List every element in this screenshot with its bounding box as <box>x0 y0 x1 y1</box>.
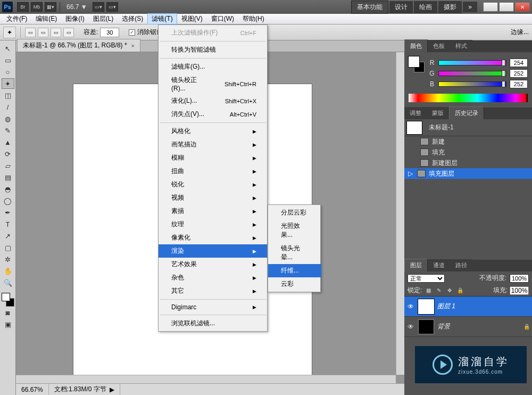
pen-tool[interactable]: ✒ <box>2 207 14 218</box>
visibility-icon[interactable]: 👁 <box>406 303 415 310</box>
close-tab-icon[interactable]: × <box>131 43 135 49</box>
minimize-button[interactable]: — <box>483 2 498 12</box>
menu-layer[interactable]: 图层(L) <box>89 13 118 24</box>
menu-edit[interactable]: 编辑(E) <box>31 13 61 24</box>
selection-add-icon[interactable]: ▭ <box>38 28 48 37</box>
history-snapshot[interactable]: 未标题-1 <box>404 119 532 136</box>
close-button[interactable]: ✕ <box>515 2 530 12</box>
history-item[interactable]: 新建图层 <box>404 158 532 168</box>
menu-help[interactable]: 帮助(H) <box>238 13 269 24</box>
r-input[interactable] <box>510 59 528 67</box>
magic-wand-tool[interactable]: ✦ <box>2 78 14 89</box>
screenmode-toggle[interactable]: ▣ <box>2 319 14 330</box>
adjust-edge-label[interactable]: 边缘... <box>511 28 529 37</box>
selection-new-icon[interactable]: ▭ <box>25 28 36 37</box>
menu-liquify[interactable]: 液化(L)...Shift+Ctrl+X <box>159 94 267 108</box>
lock-all-icon[interactable]: 🔒 <box>456 287 464 294</box>
tolerance-input[interactable] <box>100 28 119 37</box>
spectrum-ramp[interactable] <box>409 94 528 102</box>
screen-mode-button[interactable]: ▦▾ <box>45 2 56 12</box>
eyedropper-tool[interactable]: / <box>2 102 14 112</box>
fill-input[interactable] <box>510 286 529 295</box>
brush-tool[interactable]: ✎ <box>2 125 14 136</box>
menu-filter-gallery[interactable]: 滤镜库(G)... <box>159 60 267 73</box>
menu-clouds[interactable]: 云彩 <box>268 277 321 291</box>
layer-row[interactable]: 👁 图层 1 <box>404 297 532 317</box>
b-slider[interactable] <box>438 81 506 87</box>
tab-styles[interactable]: 样式 <box>450 40 472 52</box>
workspace-photo[interactable]: 摄影 <box>438 1 462 13</box>
tab-masks[interactable]: 蒙版 <box>427 107 449 119</box>
menu-image[interactable]: 图像(I) <box>61 13 88 24</box>
menu-window[interactable]: 窗口(W) <box>207 13 238 24</box>
menu-video[interactable]: 视频▶ <box>159 191 267 204</box>
menu-lighting-effects[interactable]: 光照效果... <box>268 219 321 242</box>
workspace-more[interactable]: » <box>463 2 477 12</box>
arrange-button[interactable]: ▭▾ <box>106 2 118 12</box>
tab-swatches[interactable]: 色板 <box>428 40 450 52</box>
history-item[interactable]: 新建 <box>404 136 532 147</box>
eraser-tool[interactable]: ▱ <box>2 160 14 171</box>
menu-artistic[interactable]: 艺术效果▶ <box>159 258 267 271</box>
layer-thumb[interactable] <box>418 299 434 314</box>
menu-fibers[interactable]: 纤维... <box>268 264 321 277</box>
menu-stylize[interactable]: 风格化▶ <box>159 125 267 138</box>
layer-name[interactable]: 图层 1 <box>437 302 530 311</box>
menu-file[interactable]: 文件(F) <box>2 13 31 24</box>
type-tool[interactable]: T <box>2 219 14 229</box>
tab-paths[interactable]: 路径 <box>450 259 472 271</box>
move-tool[interactable]: ↖ <box>2 43 14 54</box>
current-tool-icon[interactable]: ✦ <box>3 27 16 38</box>
hand-tool[interactable]: ✋ <box>2 266 14 276</box>
vertical-scrollbar[interactable] <box>396 52 404 375</box>
lasso-tool[interactable]: ○ <box>2 67 14 77</box>
lock-transparent-icon[interactable]: ▦ <box>424 287 433 294</box>
document-tab[interactable]: 未标题-1 @ 66.7% (图层 1, RGB/8) * × <box>17 39 140 52</box>
menu-sharpen[interactable]: 锐化▶ <box>159 178 267 191</box>
menu-last-filter[interactable]: 上次滤镜操作(F)Ctrl+F <box>159 26 267 39</box>
stamp-tool[interactable]: ▲ <box>2 137 14 147</box>
history-item[interactable]: ▷填充图层 <box>404 168 532 179</box>
foreground-swatch[interactable] <box>2 293 10 301</box>
maximize-button[interactable]: ☐ <box>499 2 514 12</box>
menu-filter[interactable]: 滤镜(T) <box>147 13 177 24</box>
menu-sketch[interactable]: 素描▶ <box>159 204 267 218</box>
menu-noise[interactable]: 杂色▶ <box>159 271 267 284</box>
selection-subtract-icon[interactable]: ▭ <box>51 28 61 37</box>
menu-pixelate[interactable]: 像素化▶ <box>159 231 267 244</box>
antialias-checkbox[interactable]: ✓ <box>129 29 135 36</box>
zoom-readout[interactable]: 66.7 ▼ <box>62 3 92 11</box>
workspace-design[interactable]: 设计 <box>389 1 413 13</box>
minibridge-button[interactable]: Mb <box>31 2 43 12</box>
tab-layers[interactable]: 图层 <box>404 259 428 271</box>
layer-name[interactable]: 背景 <box>437 322 520 331</box>
b-input[interactable] <box>510 80 528 88</box>
menu-brush-strokes[interactable]: 画笔描边▶ <box>159 138 267 151</box>
status-doc-info[interactable]: 文档:1.83M/0 字节 ▶ <box>49 384 121 395</box>
lock-pixels-icon[interactable]: ✎ <box>435 287 443 294</box>
workspace-basic[interactable]: 基本功能 <box>351 1 388 14</box>
menu-lens-flare[interactable]: 镜头光晕... <box>268 242 321 264</box>
menu-digimarc[interactable]: Digimarc▶ <box>159 301 267 313</box>
bridge-button[interactable]: Br <box>17 2 29 12</box>
menu-smart-filter[interactable]: 转换为智能滤镜 <box>159 43 267 56</box>
gradient-tool[interactable]: ▤ <box>2 172 14 183</box>
menu-distort[interactable]: 扭曲▶ <box>159 164 267 178</box>
lock-position-icon[interactable]: ✥ <box>445 287 454 294</box>
selection-intersect-icon[interactable]: ▭ <box>63 28 74 37</box>
menu-view[interactable]: 视图(V) <box>177 13 207 24</box>
quickmask-toggle[interactable]: ◙ <box>2 307 14 318</box>
menu-texture[interactable]: 纹理▶ <box>159 218 267 231</box>
shape-tool[interactable]: ▢ <box>2 242 14 253</box>
view-extras-button[interactable]: ▭▾ <box>93 2 104 12</box>
history-brush-tool[interactable]: ⟳ <box>2 149 14 159</box>
g-input[interactable] <box>510 69 528 78</box>
panel-fg-swatch[interactable] <box>409 56 419 67</box>
menu-difference-clouds[interactable]: 分层云彩 <box>268 206 321 219</box>
status-zoom[interactable]: 66.67% <box>16 384 49 395</box>
blur-tool[interactable]: ◓ <box>2 184 14 194</box>
marquee-tool[interactable]: ▭ <box>2 55 14 65</box>
layer-thumb[interactable] <box>418 319 434 334</box>
tab-color[interactable]: 颜色 <box>404 39 428 52</box>
menu-lens-correction[interactable]: 镜头校正(R)...Shift+Ctrl+R <box>159 73 267 94</box>
